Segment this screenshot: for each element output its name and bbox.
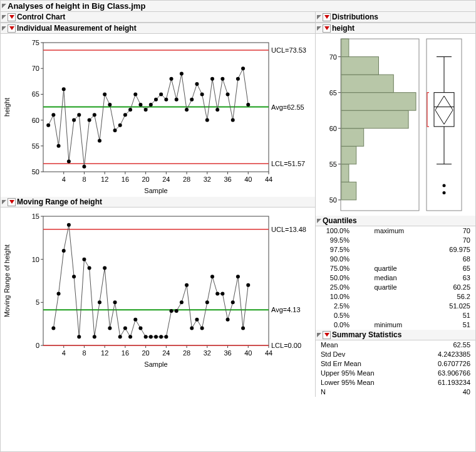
quantile-row: 0.5%51 bbox=[316, 311, 475, 320]
quantile-row: 97.5%69.975 bbox=[316, 245, 475, 255]
svg-text:60: 60 bbox=[32, 117, 39, 124]
svg-point-156 bbox=[226, 318, 230, 322]
red-triangle-icon[interactable] bbox=[8, 198, 16, 206]
svg-point-74 bbox=[205, 118, 209, 122]
red-triangle-icon[interactable] bbox=[323, 331, 331, 339]
height-dist-title: height bbox=[332, 24, 354, 33]
svg-rect-177 bbox=[341, 93, 416, 111]
svg-point-130 bbox=[93, 335, 96, 339]
control-chart-header[interactable]: Control Chart bbox=[1, 12, 315, 23]
quantile-row: 90.0%68 bbox=[316, 255, 475, 264]
red-triangle-icon[interactable] bbox=[8, 24, 16, 33]
svg-point-139 bbox=[138, 327, 142, 330]
svg-text:12: 12 bbox=[101, 176, 108, 183]
svg-rect-179 bbox=[341, 57, 379, 75]
svg-text:60: 60 bbox=[329, 125, 337, 132]
quantile-row: 50.0%median63 bbox=[316, 273, 475, 283]
svg-text:40: 40 bbox=[244, 349, 252, 357]
red-triangle-icon[interactable] bbox=[323, 13, 331, 21]
distributions-header[interactable]: Distributions bbox=[316, 12, 475, 23]
svg-point-137 bbox=[128, 335, 132, 339]
control-chart-title: Control Chart bbox=[17, 13, 65, 21]
svg-point-68 bbox=[175, 98, 178, 102]
svg-point-72 bbox=[195, 82, 199, 86]
moving-range-chart[interactable]: 05101548121620242832364044SampleMoving R… bbox=[1, 208, 314, 371]
chevron-down-icon[interactable] bbox=[2, 200, 6, 204]
control-chart-column: Control Chart Individual Measurement of … bbox=[1, 12, 315, 371]
svg-text:36: 36 bbox=[224, 349, 231, 357]
quantiles-header[interactable]: Quantiles bbox=[316, 216, 475, 226]
svg-text:LCL=0.00: LCL=0.00 bbox=[271, 342, 301, 349]
svg-text:50: 50 bbox=[329, 196, 337, 204]
chevron-down-icon[interactable] bbox=[317, 219, 321, 223]
indiv-chart-header[interactable]: Individual Measurement of height bbox=[1, 23, 315, 34]
report-title-bar[interactable]: Analyses of height in Big Class.jmp bbox=[1, 1, 475, 12]
summary-header[interactable]: Summary Statistics bbox=[316, 330, 475, 340]
svg-point-66 bbox=[164, 98, 168, 102]
svg-point-47 bbox=[67, 160, 71, 164]
summary-title: Summary Statistics bbox=[332, 330, 401, 339]
svg-point-147 bbox=[180, 300, 184, 304]
svg-rect-173 bbox=[341, 164, 349, 182]
chevron-down-icon[interactable] bbox=[317, 333, 321, 337]
svg-text:50: 50 bbox=[32, 168, 39, 176]
summary-table: Mean62.55Std Dev4.2423385Std Err Mean0.6… bbox=[316, 340, 475, 397]
quantile-row: 2.5%51.025 bbox=[316, 302, 475, 311]
svg-rect-180 bbox=[341, 39, 349, 57]
svg-point-138 bbox=[133, 318, 137, 322]
svg-point-142 bbox=[154, 335, 158, 339]
svg-point-190 bbox=[443, 184, 446, 187]
svg-point-153 bbox=[210, 275, 214, 278]
svg-point-146 bbox=[175, 309, 178, 313]
svg-point-59 bbox=[128, 108, 132, 112]
svg-point-46 bbox=[62, 87, 66, 91]
moving-range-header[interactable]: Moving Range of height bbox=[1, 197, 315, 208]
height-histogram[interactable]: 5055606570 bbox=[316, 34, 475, 216]
svg-text:75: 75 bbox=[32, 39, 39, 46]
svg-point-64 bbox=[154, 98, 158, 102]
svg-point-131 bbox=[98, 300, 101, 304]
svg-point-149 bbox=[190, 327, 194, 330]
chevron-down-icon[interactable] bbox=[317, 15, 321, 19]
svg-point-62 bbox=[144, 108, 148, 112]
red-triangle-icon[interactable] bbox=[8, 13, 16, 21]
chevron-down-icon[interactable] bbox=[317, 26, 321, 31]
quantile-row: 75.0%quartile65 bbox=[316, 264, 475, 273]
summary-row: Std Err Mean0.6707726 bbox=[316, 359, 475, 369]
svg-point-126 bbox=[72, 275, 76, 278]
svg-point-76 bbox=[215, 108, 219, 112]
svg-text:70: 70 bbox=[32, 65, 39, 72]
indiv-chart[interactable]: 50556065707548121620242832364044Samplehe… bbox=[1, 34, 314, 197]
svg-text:Avg=62.55: Avg=62.55 bbox=[271, 103, 304, 111]
height-dist-header[interactable]: height bbox=[316, 23, 475, 34]
chevron-down-icon[interactable] bbox=[2, 26, 6, 31]
svg-point-60 bbox=[133, 92, 137, 96]
svg-text:15: 15 bbox=[32, 213, 39, 220]
indiv-chart-title: Individual Measurement of height bbox=[17, 24, 137, 33]
quantiles-title: Quantiles bbox=[323, 216, 357, 225]
svg-text:28: 28 bbox=[183, 176, 190, 183]
svg-text:Moving Range of height: Moving Range of height bbox=[3, 244, 11, 317]
svg-text:24: 24 bbox=[162, 176, 170, 183]
red-triangle-icon[interactable] bbox=[323, 24, 331, 33]
summary-row: N40 bbox=[316, 387, 475, 397]
svg-point-129 bbox=[88, 266, 91, 270]
svg-point-144 bbox=[164, 335, 168, 339]
svg-text:55: 55 bbox=[32, 142, 39, 150]
svg-text:height: height bbox=[3, 98, 11, 117]
svg-text:70: 70 bbox=[329, 53, 337, 61]
svg-point-125 bbox=[67, 223, 71, 227]
summary-row: Std Dev4.2423385 bbox=[316, 350, 475, 359]
svg-point-160 bbox=[246, 283, 250, 287]
svg-point-132 bbox=[103, 266, 106, 270]
svg-text:32: 32 bbox=[204, 176, 211, 183]
svg-point-75 bbox=[210, 77, 214, 81]
quantile-row: 100.0%maximum70 bbox=[316, 226, 475, 236]
svg-text:65: 65 bbox=[329, 89, 337, 97]
svg-point-157 bbox=[231, 300, 235, 304]
chevron-down-icon[interactable] bbox=[2, 15, 6, 19]
svg-text:Sample: Sample bbox=[144, 187, 167, 194]
svg-point-77 bbox=[220, 77, 224, 81]
chevron-down-icon[interactable] bbox=[2, 4, 6, 8]
quantile-row: 25.0%quartile60.25 bbox=[316, 283, 475, 292]
